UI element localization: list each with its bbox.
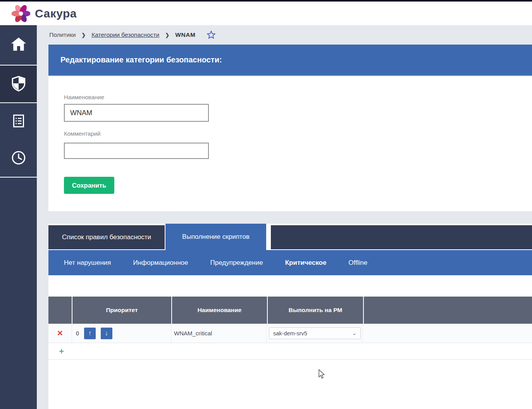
breadcrumb-link-categories[interactable]: Категории безопасности: [91, 31, 159, 38]
tab-security-rules-list[interactable]: Список правил безопасности: [48, 225, 165, 250]
breadcrumb-current: WNAM: [175, 31, 195, 38]
breadcrumb: Политики ❯ Категории безопасности ❯ WNAM: [37, 25, 532, 45]
app-title: Сакура: [35, 7, 77, 20]
page-title-banner: Редактирование категории безопасности:: [48, 45, 532, 76]
header-cell-empty: [364, 297, 532, 324]
tab-label: Список правил безопасности: [62, 233, 151, 241]
name-input[interactable]: [64, 104, 209, 122]
main-tabs: Список правил безопасности Выполнение ск…: [48, 224, 532, 250]
sidebar-item-security[interactable]: [0, 66, 37, 102]
move-up-button[interactable]: ↑: [84, 328, 96, 339]
clock-icon: [10, 150, 27, 167]
name-field-label: Наименование: [64, 94, 104, 100]
comment-input[interactable]: [64, 143, 209, 159]
tab-script-execution[interactable]: Выполнение скриптов: [165, 224, 266, 250]
section-gap: [48, 211, 532, 224]
sidebar-item-history[interactable]: [0, 140, 37, 177]
tabbar-filler: [271, 225, 532, 250]
save-button[interactable]: Сохранить: [64, 177, 114, 194]
subtab-informational[interactable]: Информационное: [133, 259, 188, 267]
chevron-right-icon: ❯: [165, 32, 169, 38]
sidebar-nav: [0, 25, 37, 409]
sidebar-item-home[interactable]: [0, 25, 37, 65]
scripts-table-header: Приоритет Наименование Выполнить на РМ: [48, 297, 532, 324]
row-empty-cell: [362, 324, 532, 343]
severity-subtabs: Нет нарушения Информационное Предупрежде…: [48, 250, 532, 275]
add-row-bar: +: [48, 343, 532, 360]
left-gutter: [37, 45, 48, 409]
mouse-cursor: [318, 369, 326, 381]
subtab-no-violation[interactable]: Нет нарушения: [64, 259, 111, 267]
header-cell-run-on-pm: Выполнить на РМ: [268, 297, 363, 324]
sakura-swirl-icon: [12, 4, 30, 23]
app-header: Сакура: [0, 2, 532, 25]
script-name: WNAM_critical: [174, 330, 212, 337]
comment-field-label: Комментарий: [64, 130, 100, 137]
home-icon: [10, 36, 27, 54]
add-row-icon[interactable]: +: [59, 347, 64, 356]
header-cell-actions: [48, 297, 72, 324]
row-name-cell: WNAM_critical: [171, 324, 267, 343]
subtab-offline[interactable]: Offline: [348, 259, 367, 267]
header-cell-priority: Приоритет: [72, 297, 171, 324]
priority-value: 0: [76, 330, 79, 337]
shield-icon: [10, 75, 27, 93]
list-icon: [11, 113, 26, 130]
favorite-star-icon[interactable]: [206, 30, 216, 40]
chevron-right-icon: ❯: [81, 32, 86, 38]
pm-select[interactable]: sak-dem-srv5 ⌄: [269, 327, 361, 339]
subtab-warning[interactable]: Предупреждение: [210, 259, 263, 267]
row-priority-cell: 0 ↑ ↓: [72, 324, 171, 343]
app-window: Сакура: [0, 0, 532, 409]
delete-row-icon[interactable]: ✕: [57, 330, 63, 337]
breadcrumb-root[interactable]: Политики: [49, 31, 76, 38]
row-actions-cell: ✕: [48, 324, 72, 343]
sidebar-filler: [0, 178, 37, 409]
sidebar-item-reports[interactable]: [0, 103, 37, 140]
row-pm-cell: sak-dem-srv5 ⌄: [267, 324, 362, 343]
page-title: Редактирование категории безопасности:: [60, 55, 222, 64]
move-down-button[interactable]: ↓: [101, 328, 112, 339]
header-cell-name: Наименование: [172, 297, 267, 324]
tab-label: Выполнение скриптов: [182, 233, 250, 241]
subtab-critical[interactable]: Критическое: [285, 259, 327, 267]
edit-category-form: Наименование Комментарий Сохранить: [48, 76, 532, 211]
pm-select-value: sak-dem-srv5: [273, 330, 307, 337]
chevron-down-icon: ⌄: [352, 330, 356, 336]
table-row: ✕ 0 ↑ ↓ WNAM_critical sak-dem-srv5 ⌄: [48, 324, 532, 343]
